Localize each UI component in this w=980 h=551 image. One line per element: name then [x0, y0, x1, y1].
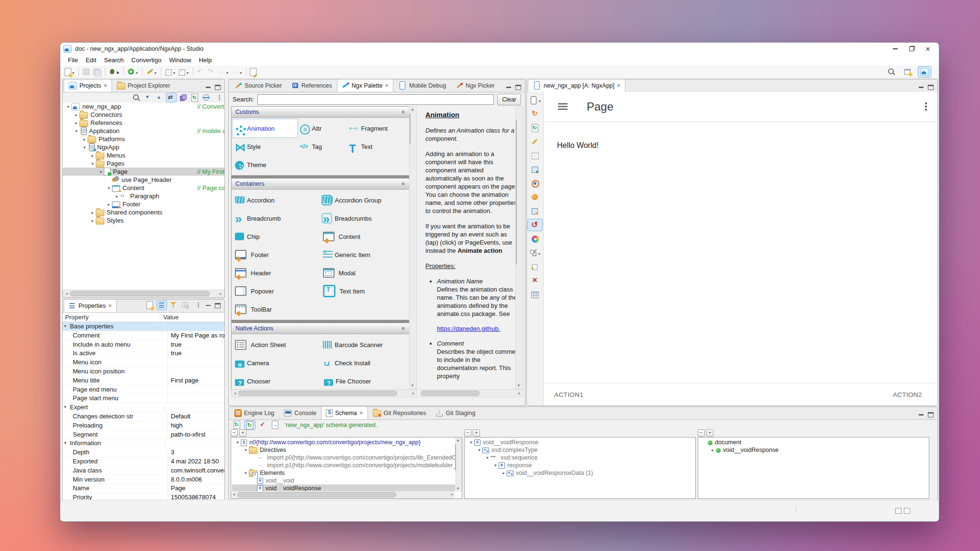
- tab[interactable]: Ngx Palette: [337, 79, 393, 92]
- editor-tool-button[interactable]: [527, 122, 543, 134]
- expander-icon[interactable]: [492, 463, 499, 468]
- tab[interactable]: Ngx Picker: [451, 79, 499, 92]
- property-value[interactable]: true: [167, 340, 224, 349]
- property-value[interactable]: path-to-xfirst: [167, 430, 224, 439]
- editor-tool-button[interactable]: [527, 274, 543, 287]
- search-button[interactable]: [885, 67, 898, 77]
- palette-section-header[interactable]: Containers: [232, 179, 409, 190]
- property-row[interactable]: Changes detection str Default: [63, 412, 224, 421]
- view-toolbar-button[interactable]: [178, 93, 188, 102]
- expander-icon[interactable]: [501, 471, 507, 475]
- dropdown-arrow-icon[interactable]: [225, 68, 228, 76]
- hamburger-menu-icon[interactable]: [558, 103, 568, 110]
- property-value[interactable]: [167, 394, 224, 403]
- property-value[interactable]: [165, 322, 224, 331]
- property-row[interactable]: Base properties: [63, 322, 224, 331]
- tree-item[interactable]: use Page_Header: [63, 176, 224, 184]
- toolbar-button[interactable]: [91, 67, 102, 77]
- tab[interactable]: Git Repositories: [368, 406, 431, 419]
- property-value[interactable]: [167, 358, 224, 367]
- menu-item[interactable]: Edit: [82, 55, 100, 66]
- schema-toolbar-button[interactable]: [257, 420, 268, 429]
- palette-item[interactable]: Check Install: [321, 354, 409, 372]
- close-tab-icon[interactable]: [385, 82, 389, 89]
- animate-css-link[interactable]: https://daneden.github.: [437, 325, 521, 333]
- editor-tool-button[interactable]: [527, 219, 543, 231]
- property-value[interactable]: [167, 385, 224, 394]
- expander-icon[interactable]: [81, 137, 88, 142]
- toolbar-button[interactable]: [206, 67, 216, 77]
- menu-item[interactable]: File: [64, 55, 82, 66]
- close-tab-icon[interactable]: [359, 409, 363, 416]
- maximize-view-icon[interactable]: [215, 303, 221, 308]
- palette-item[interactable]: ToolBar: [233, 300, 321, 318]
- dropdown-arrow-icon[interactable]: [239, 68, 242, 76]
- tab[interactable]: Projects: [64, 79, 112, 92]
- editor-tool-button[interactable]: [527, 108, 543, 120]
- close-tab-icon[interactable]: [617, 82, 621, 89]
- expand-all-icon[interactable]: [239, 429, 246, 437]
- description-horizontal-scrollbar[interactable]: ▸: [420, 389, 523, 397]
- tab[interactable]: Git Staging: [431, 406, 480, 419]
- tree-item[interactable]: n0{http://www.convertigo.com/convertigo/…: [232, 439, 455, 446]
- view-toolbar-button[interactable]: [180, 301, 190, 309]
- property-row[interactable]: Comment My First Page as root page: [63, 331, 224, 340]
- palette-item[interactable]: Breadcrumb: [233, 209, 321, 227]
- palette-item[interactable]: Fragment: [347, 119, 408, 137]
- menu-item[interactable]: Window: [165, 55, 195, 66]
- tab[interactable]: Project Explorer: [112, 79, 175, 92]
- palette-item[interactable]: Breadcrumbs: [321, 209, 409, 227]
- view-toolbar-button[interactable]: [132, 93, 141, 102]
- expander-icon[interactable]: [98, 169, 104, 174]
- editor-tool-button[interactable]: [527, 163, 543, 176]
- property-row[interactable]: Menu icon position: [63, 367, 224, 376]
- menu-item[interactable]: Convertigo: [128, 55, 166, 66]
- property-row[interactable]: Java class com.twinsoft.convertigo.beans…: [63, 466, 224, 475]
- tree-item[interactable]: Content // Page content: [63, 184, 224, 192]
- toolbar-button[interactable]: [76, 67, 91, 77]
- property-value[interactable]: Page: [167, 484, 224, 493]
- palette-item[interactable]: Popover: [233, 282, 321, 300]
- editor-tool-button[interactable]: [527, 288, 543, 301]
- dropdown-arrow-icon[interactable]: [172, 68, 175, 76]
- minimize-view-icon[interactable]: [918, 412, 924, 417]
- property-row[interactable]: Page end menu: [63, 385, 224, 394]
- property-value[interactable]: Default: [167, 412, 224, 421]
- value-column-header[interactable]: Value: [160, 313, 224, 322]
- maximize-view-icon[interactable]: [515, 85, 521, 90]
- property-row[interactable]: Information: [63, 439, 224, 448]
- palette-item[interactable]: Text: [347, 137, 408, 156]
- tab[interactable]: References: [287, 79, 337, 92]
- expander-icon[interactable]: [484, 455, 490, 460]
- palette-search-input[interactable]: [257, 94, 494, 105]
- toolbar-button[interactable]: [102, 67, 121, 77]
- clear-button[interactable]: Clear: [497, 94, 521, 105]
- minimize-button[interactable]: [887, 44, 903, 54]
- palette-item[interactable]: Accordion: [233, 191, 321, 209]
- property-value[interactable]: [165, 439, 224, 448]
- view-toolbar-button[interactable]: [213, 93, 223, 102]
- editor-tool-button[interactable]: [527, 260, 543, 273]
- view-toolbar-button[interactable]: [143, 93, 153, 102]
- tree-item[interactable]: Footer: [63, 200, 224, 208]
- property-value[interactable]: true: [167, 349, 224, 358]
- dropdown-arrow-icon[interactable]: [135, 68, 138, 76]
- sash-grip-icon[interactable]: [793, 506, 799, 512]
- view-toolbar-button[interactable]: [155, 93, 164, 102]
- menu-item[interactable]: Help: [195, 55, 216, 66]
- toolbar-button[interactable]: [139, 67, 158, 77]
- maximize-view-icon[interactable]: [215, 85, 221, 90]
- toolbar-button[interactable]: [243, 67, 258, 77]
- tree-item[interactable]: Paragraph: [63, 192, 224, 200]
- tab-editor[interactable]: new_ngx_app [A: NgxApp]: [528, 79, 625, 92]
- tab[interactable]: Mobile Debug: [393, 79, 451, 92]
- expander-icon[interactable]: [73, 129, 79, 134]
- view-toolbar-button[interactable]: [169, 301, 178, 309]
- hello-world-text[interactable]: Hello World!: [557, 141, 599, 149]
- property-row[interactable]: Expert: [63, 403, 224, 412]
- expander-icon[interactable]: [468, 440, 474, 445]
- tree-item[interactable]: Directives: [232, 446, 455, 454]
- expander-icon[interactable]: [89, 210, 96, 215]
- expander-icon[interactable]: [243, 471, 249, 475]
- palette-item[interactable]: Modal: [321, 264, 409, 282]
